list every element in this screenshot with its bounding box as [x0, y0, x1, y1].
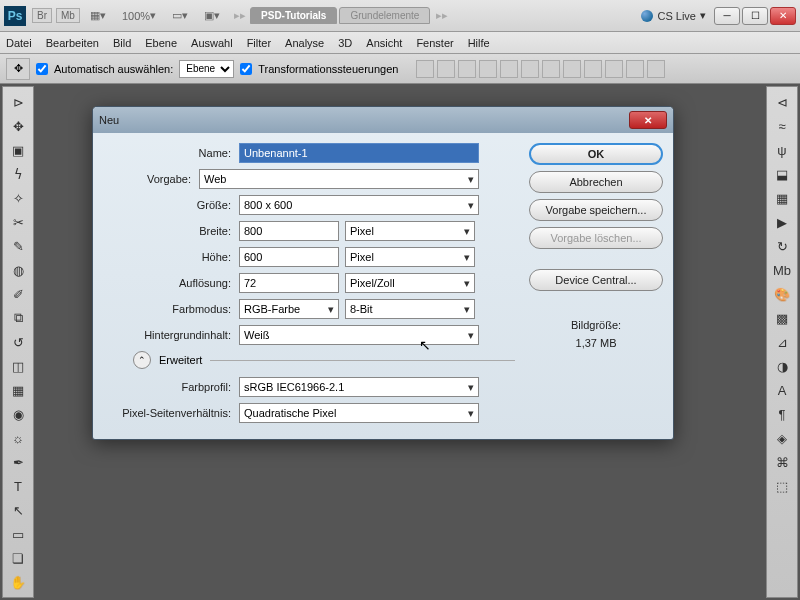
3d-panel-icon[interactable]: ⬚ [770, 475, 794, 497]
resolution-field[interactable] [239, 273, 339, 293]
menu-item[interactable]: Bild [113, 37, 131, 49]
advanced-toggle-icon[interactable]: ⌃ [133, 351, 151, 369]
dialog-titlebar[interactable]: Neu ✕ [93, 107, 673, 133]
eraser-tool-icon[interactable]: ◫ [6, 355, 30, 377]
arrange-icon[interactable]: ▦▾ [84, 7, 112, 24]
char-panel-icon[interactable]: A [770, 379, 794, 401]
gradient-tool-icon[interactable]: ▦ [6, 379, 30, 401]
view-icon[interactable]: ▭▾ [166, 7, 194, 24]
pen-tool-icon[interactable]: ✒ [6, 451, 30, 473]
transform-checkbox[interactable] [240, 63, 252, 75]
align-icon[interactable] [542, 60, 560, 78]
align-icon[interactable] [458, 60, 476, 78]
window-close-button[interactable]: ✕ [770, 7, 796, 25]
marquee-tool-icon[interactable]: ▣ [6, 139, 30, 161]
align-icon[interactable] [500, 60, 518, 78]
width-field[interactable] [239, 221, 339, 241]
menu-item[interactable]: Ansicht [366, 37, 402, 49]
auto-select-dropdown[interactable]: Ebene [179, 60, 234, 78]
align-icon[interactable] [437, 60, 455, 78]
align-icon[interactable] [647, 60, 665, 78]
background-dropdown[interactable]: Weiß▾ [239, 325, 479, 345]
dodge-tool-icon[interactable]: ☼ [6, 427, 30, 449]
para-panel-icon[interactable]: ¶ [770, 403, 794, 425]
align-icon[interactable] [605, 60, 623, 78]
width-unit-dropdown[interactable]: Pixel▾ [345, 221, 475, 241]
workspace-tab-active[interactable]: PSD-Tutorials [250, 7, 337, 24]
heal-tool-icon[interactable]: ◍ [6, 259, 30, 281]
menu-item[interactable]: Auswahl [191, 37, 233, 49]
actions-panel-icon[interactable]: ⊿ [770, 331, 794, 353]
device-central-button[interactable]: Device Central... [529, 269, 663, 291]
crop-tool-icon[interactable]: ✂ [6, 211, 30, 233]
menu-item[interactable]: Filter [247, 37, 271, 49]
height-field[interactable] [239, 247, 339, 267]
type-tool-icon[interactable]: T [6, 475, 30, 497]
wand-tool-icon[interactable]: ✧ [6, 187, 30, 209]
menu-item[interactable]: Bearbeiten [46, 37, 99, 49]
screen-mode-icon[interactable]: ▣▾ [198, 7, 226, 24]
history-panel-icon[interactable]: ↻ [770, 235, 794, 257]
name-field[interactable] [239, 143, 479, 163]
menu-item[interactable]: Datei [6, 37, 32, 49]
3d-tool-icon[interactable]: ❏ [6, 547, 30, 569]
bitdepth-dropdown[interactable]: 8-Bit▾ [345, 299, 475, 319]
minimize-button[interactable]: ─ [714, 7, 740, 25]
move-tool-icon[interactable]: ✥ [6, 115, 30, 137]
cancel-button[interactable]: Abbrechen [529, 171, 663, 193]
shape-tool-icon[interactable]: ▭ [6, 523, 30, 545]
colorprofile-dropdown[interactable]: sRGB IEC61966-2.1▾ [239, 377, 479, 397]
expand-icon[interactable]: ⊳ [6, 91, 30, 113]
brush-panel-icon[interactable]: ψ [770, 139, 794, 161]
expand-icon[interactable]: ⊲ [770, 91, 794, 113]
delete-preset-button: Vorgabe löschen... [529, 227, 663, 249]
brush-tool-icon[interactable]: ✐ [6, 283, 30, 305]
menu-item[interactable]: Ebene [145, 37, 177, 49]
history-brush-icon[interactable]: ↺ [6, 331, 30, 353]
menu-item[interactable]: 3D [338, 37, 352, 49]
colormode-dropdown[interactable]: RGB-Farbe▾ [239, 299, 339, 319]
auto-select-label: Automatisch auswählen: [54, 63, 173, 75]
mb-icon[interactable]: Mb [56, 8, 80, 23]
styles-panel-icon[interactable]: ◑ [770, 355, 794, 377]
auto-select-checkbox[interactable] [36, 63, 48, 75]
color-panel-icon[interactable]: 🎨 [770, 283, 794, 305]
size-dropdown[interactable]: 800 x 600▾ [239, 195, 479, 215]
path-tool-icon[interactable]: ↖ [6, 499, 30, 521]
stamp-tool-icon[interactable]: ⧉ [6, 307, 30, 329]
swatches-panel-icon[interactable]: ▦ [770, 187, 794, 209]
paths-panel-icon[interactable]: ⌘ [770, 451, 794, 473]
move-tool-icon[interactable]: ✥ [6, 58, 30, 80]
align-icon[interactable] [584, 60, 602, 78]
swatch2-panel-icon[interactable]: ▩ [770, 307, 794, 329]
align-icon[interactable] [521, 60, 539, 78]
menu-item[interactable]: Analyse [285, 37, 324, 49]
br-icon[interactable]: Br [32, 8, 52, 23]
eyedropper-tool-icon[interactable]: ✎ [6, 235, 30, 257]
lasso-tool-icon[interactable]: ϟ [6, 163, 30, 185]
preset-dropdown[interactable]: Web▾ [199, 169, 479, 189]
height-unit-dropdown[interactable]: Pixel▾ [345, 247, 475, 267]
menu-item[interactable]: Hilfe [468, 37, 490, 49]
align-icon[interactable] [563, 60, 581, 78]
save-preset-button[interactable]: Vorgabe speichern... [529, 199, 663, 221]
align-icon[interactable] [416, 60, 434, 78]
mb-panel-icon[interactable]: Mb [770, 259, 794, 281]
zoom-level[interactable]: 100%▾ [116, 7, 162, 24]
menu-item[interactable]: Fenster [416, 37, 453, 49]
resolution-unit-dropdown[interactable]: Pixel/Zoll▾ [345, 273, 475, 293]
cs-live[interactable]: CS Live▾ [641, 9, 706, 22]
hand-tool-icon[interactable]: ✋ [6, 571, 30, 593]
layers-panel-icon[interactable]: ⬓ [770, 163, 794, 185]
channels-panel-icon[interactable]: ◈ [770, 427, 794, 449]
pixelaspect-dropdown[interactable]: Quadratische Pixel▾ [239, 403, 479, 423]
blur-tool-icon[interactable]: ◉ [6, 403, 30, 425]
maximize-button[interactable]: ☐ [742, 7, 768, 25]
align-icon[interactable] [626, 60, 644, 78]
align-icon[interactable] [479, 60, 497, 78]
dialog-close-button[interactable]: ✕ [629, 111, 667, 129]
workspace-tab-inactive[interactable]: Grundelemente [339, 7, 430, 24]
player-panel-icon[interactable]: ▶ [770, 211, 794, 233]
ok-button[interactable]: OK [529, 143, 663, 165]
adjustments-panel-icon[interactable]: ≈ [770, 115, 794, 137]
